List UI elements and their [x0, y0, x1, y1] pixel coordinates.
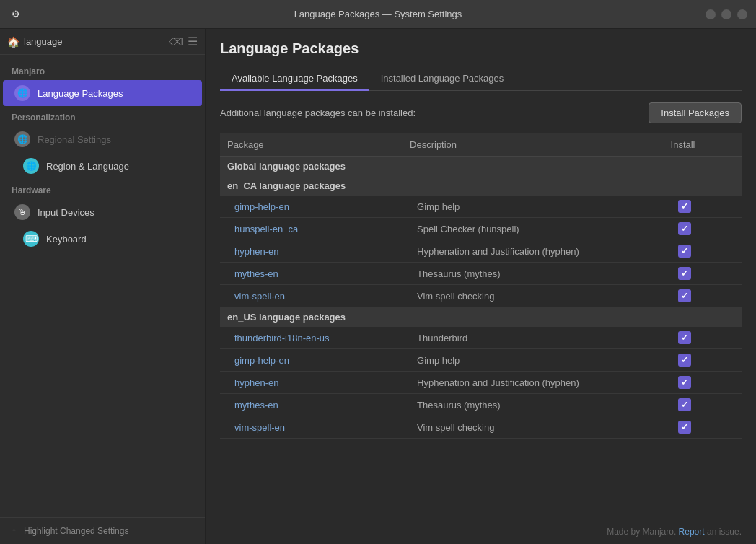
table-header-row: Package Description Install [220, 133, 742, 157]
section-label-manjaro: Manjaro [0, 61, 205, 79]
package-description: Gimp help [403, 196, 664, 218]
package-checkbox[interactable] [678, 421, 691, 434]
table-row: mythes-enThesaurus (mythes) [220, 394, 742, 416]
package-checkbox[interactable] [678, 376, 691, 389]
clear-search-button[interactable]: ⌫ [169, 36, 183, 48]
app-layout: 🏠 ⌫ ☰ Manjaro 🌐 Language Packages Person… [0, 29, 756, 544]
package-install-cell [664, 349, 742, 372]
package-install-cell [664, 372, 742, 394]
tab-installed-language-packages[interactable]: Installed Language Packages [369, 67, 516, 91]
footer-suffix: an issue. [707, 527, 742, 537]
main-content: Language Packages Available Language Pac… [206, 29, 756, 544]
column-header-description: Description [403, 133, 664, 157]
table-row: thunderbird-i18n-en-usThunderbird [220, 327, 742, 349]
titlebar: ⚙ Language Packages — System Settings [0, 0, 756, 29]
package-name: vim-spell-en [220, 285, 403, 307]
table-row: hunspell-en_caSpell Checker (hunspell) [220, 218, 742, 240]
package-install-cell [664, 285, 742, 307]
highlight-label: Highlight Changed Settings [24, 526, 128, 536]
page-title: Language Packages [220, 40, 742, 57]
package-install-cell [664, 218, 742, 240]
package-name: hyphen-en [220, 240, 403, 263]
sidebar-item-language-packages[interactable]: 🌐 Language Packages [3, 80, 202, 106]
table-section-header: Global language packages [220, 157, 742, 177]
package-install-cell [664, 394, 742, 416]
highlight-changed-settings[interactable]: ↑ Highlight Changed Settings [0, 517, 205, 544]
table-row: vim-spell-enVim spell checking [220, 416, 742, 439]
info-text: Additional language packages can be inst… [220, 108, 416, 118]
info-bar: Additional language packages can be inst… [220, 102, 742, 123]
report-link[interactable]: Report [679, 527, 705, 537]
sidebar-item-label-input-devices: Input Devices [38, 207, 94, 218]
table-row: gimp-help-enGimp help [220, 196, 742, 218]
maximize-button[interactable] [721, 9, 731, 19]
sidebar-search-bar: 🏠 ⌫ ☰ [0, 29, 205, 55]
regional-settings-icon: 🌐 [14, 131, 30, 147]
package-name: mythes-en [220, 263, 403, 285]
package-description: Hyphenation and Justification (hyphen) [403, 372, 664, 394]
package-table: Package Description Install Global langu… [220, 133, 742, 439]
package-description: Hyphenation and Justification (hyphen) [403, 240, 664, 263]
more-options-button[interactable]: ☰ [188, 35, 198, 48]
sidebar-item-label-regional-settings: Regional Settings [38, 134, 111, 145]
package-description: Thesaurus (mythes) [403, 394, 664, 416]
sidebar-item-regional-settings[interactable]: 🌐 Regional Settings [3, 126, 202, 152]
install-packages-button[interactable]: Install Packages [649, 102, 742, 123]
sidebar: 🏠 ⌫ ☰ Manjaro 🌐 Language Packages Person… [0, 29, 206, 544]
package-name: vim-spell-en [220, 416, 403, 439]
window-title: Language Packages — System Settings [294, 9, 462, 19]
table-row: hyphen-enHyphenation and Justification (… [220, 240, 742, 263]
main-header: Language Packages Available Language Pac… [206, 29, 756, 91]
section-label-personalization: Personalization [0, 107, 205, 126]
language-packages-icon: 🌐 [14, 85, 30, 101]
home-icon[interactable]: 🏠 [7, 36, 19, 48]
section-label-hardware: Hardware [0, 180, 205, 198]
package-description: Gimp help [403, 349, 664, 372]
package-name: gimp-help-en [220, 349, 403, 372]
input-devices-icon: 🖱 [14, 204, 30, 220]
package-description: Thunderbird [403, 327, 664, 349]
package-checkbox[interactable] [678, 245, 691, 258]
package-checkbox[interactable] [678, 222, 691, 235]
sidebar-item-region-language[interactable]: 🌐 Region & Language [3, 153, 202, 179]
table-row: hyphen-enHyphenation and Justification (… [220, 372, 742, 394]
tab-available-language-packages[interactable]: Available Language Packages [220, 67, 369, 91]
package-checkbox[interactable] [678, 354, 691, 367]
search-input[interactable] [24, 36, 164, 47]
package-description: Thesaurus (mythes) [403, 263, 664, 285]
package-description: Vim spell checking [403, 285, 664, 307]
sidebar-item-input-devices[interactable]: 🖱 Input Devices [3, 199, 202, 225]
package-checkbox[interactable] [678, 398, 691, 411]
package-name: hyphen-en [220, 372, 403, 394]
package-checkbox[interactable] [678, 200, 691, 213]
highlight-icon: ↑ [12, 525, 17, 537]
sidebar-content: Manjaro 🌐 Language Packages Personalizat… [0, 55, 205, 517]
table-row: mythes-enThesaurus (mythes) [220, 263, 742, 285]
package-install-cell [664, 196, 742, 218]
main-body: Additional language packages can be inst… [206, 91, 756, 519]
table-row: gimp-help-enGimp help [220, 349, 742, 372]
table-row: vim-spell-enVim spell checking [220, 285, 742, 307]
tab-bar: Available Language Packages Installed La… [220, 67, 742, 91]
column-header-package: Package [220, 133, 403, 157]
package-name: mythes-en [220, 394, 403, 416]
package-checkbox[interactable] [678, 267, 691, 280]
sidebar-item-label-region-language: Region & Language [46, 161, 129, 172]
package-name: thunderbird-i18n-en-us [220, 327, 403, 349]
package-checkbox[interactable] [678, 331, 691, 344]
sidebar-item-keyboard[interactable]: ⌨ Keyboard [3, 226, 202, 252]
main-footer: Made by Manjaro. Report an issue. [206, 519, 756, 544]
region-language-icon: 🌐 [23, 158, 39, 174]
package-install-cell [664, 327, 742, 349]
minimize-button[interactable] [706, 9, 716, 19]
app-icon: ⚙ [9, 7, 23, 22]
keyboard-icon: ⌨ [23, 231, 39, 247]
package-install-cell [664, 240, 742, 263]
package-description: Vim spell checking [403, 416, 664, 439]
close-button[interactable] [737, 9, 747, 19]
footer-text: Made by Manjaro. [607, 527, 676, 537]
table-section-header: en_US language packages [220, 307, 742, 328]
sidebar-item-label-keyboard: Keyboard [46, 234, 87, 245]
package-checkbox[interactable] [678, 289, 691, 302]
column-header-install: Install [664, 133, 742, 157]
